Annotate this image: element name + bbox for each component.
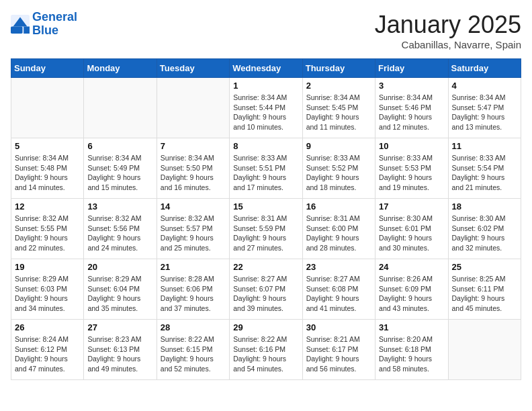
logo: GeneralBlue [11,11,77,38]
calendar-cell: 13Sunrise: 8:32 AM Sunset: 5:56 PM Dayli… [84,199,157,259]
calendar-cell: 23Sunrise: 8:27 AM Sunset: 6:08 PM Dayli… [302,259,375,320]
day-number: 27 [87,322,152,332]
logo-icon [11,15,30,34]
calendar-cell: 27Sunrise: 8:23 AM Sunset: 6:13 PM Dayli… [84,320,157,380]
calendar-cell: 17Sunrise: 8:30 AM Sunset: 6:01 PM Dayli… [375,199,448,259]
day-info: Sunrise: 8:33 AM Sunset: 5:54 PM Dayligh… [452,153,517,193]
calendar-cell [84,78,157,138]
day-number: 29 [233,322,298,332]
calendar-cell: 24Sunrise: 8:26 AM Sunset: 6:09 PM Dayli… [375,259,448,320]
day-info: Sunrise: 8:30 AM Sunset: 6:01 PM Dayligh… [379,214,444,253]
day-info: Sunrise: 8:27 AM Sunset: 6:08 PM Dayligh… [306,274,371,314]
calendar-cell: 2Sunrise: 8:34 AM Sunset: 5:45 PM Daylig… [302,78,375,138]
day-info: Sunrise: 8:34 AM Sunset: 5:46 PM Dayligh… [379,93,444,132]
day-number: 21 [161,262,226,272]
weekday-header-monday: Monday [84,59,157,78]
day-number: 10 [379,141,444,151]
page-header: GeneralBlue January 2025 Cabanillas, Nav… [11,11,521,50]
day-info: Sunrise: 8:21 AM Sunset: 6:17 PM Dayligh… [306,334,371,374]
day-info: Sunrise: 8:28 AM Sunset: 6:06 PM Dayligh… [161,274,226,314]
weekday-header-wednesday: Wednesday [230,59,302,78]
day-number: 8 [233,141,298,151]
day-info: Sunrise: 8:34 AM Sunset: 5:48 PM Dayligh… [15,153,80,193]
day-number: 28 [161,322,226,332]
day-number: 24 [379,262,444,272]
calendar-cell: 6Sunrise: 8:34 AM Sunset: 5:49 PM Daylig… [84,138,157,199]
day-info: Sunrise: 8:34 AM Sunset: 5:49 PM Dayligh… [87,153,152,193]
day-number: 9 [306,141,371,151]
day-info: Sunrise: 8:20 AM Sunset: 6:18 PM Dayligh… [379,334,444,374]
day-info: Sunrise: 8:27 AM Sunset: 6:07 PM Dayligh… [233,274,298,314]
day-number: 6 [87,141,152,151]
week-row-2: 5Sunrise: 8:34 AM Sunset: 5:48 PM Daylig… [11,138,521,199]
calendar-cell: 30Sunrise: 8:21 AM Sunset: 6:17 PM Dayli… [302,320,375,380]
day-info: Sunrise: 8:22 AM Sunset: 6:16 PM Dayligh… [233,334,298,374]
calendar-cell: 16Sunrise: 8:31 AM Sunset: 6:00 PM Dayli… [302,199,375,259]
calendar-cell [157,78,229,138]
svg-marker-2 [24,26,30,34]
day-number: 5 [15,141,80,151]
calendar-cell: 25Sunrise: 8:25 AM Sunset: 6:11 PM Dayli… [448,259,521,320]
day-info: Sunrise: 8:32 AM Sunset: 5:57 PM Dayligh… [161,214,226,253]
day-info: Sunrise: 8:24 AM Sunset: 6:12 PM Dayligh… [15,334,80,374]
day-info: Sunrise: 8:32 AM Sunset: 5:55 PM Dayligh… [15,214,80,253]
day-info: Sunrise: 8:23 AM Sunset: 6:13 PM Dayligh… [87,334,152,374]
day-info: Sunrise: 8:25 AM Sunset: 6:11 PM Dayligh… [452,274,517,314]
day-number: 31 [379,322,444,332]
day-number: 23 [306,262,371,272]
day-info: Sunrise: 8:31 AM Sunset: 5:59 PM Dayligh… [233,214,298,253]
calendar-cell: 8Sunrise: 8:33 AM Sunset: 5:51 PM Daylig… [230,138,302,199]
calendar-cell [11,78,84,138]
day-number: 3 [379,81,444,91]
day-info: Sunrise: 8:32 AM Sunset: 5:56 PM Dayligh… [87,214,152,253]
calendar-cell: 1Sunrise: 8:34 AM Sunset: 5:44 PM Daylig… [230,78,302,138]
day-info: Sunrise: 8:31 AM Sunset: 6:00 PM Dayligh… [306,214,371,253]
day-number: 22 [233,262,298,272]
calendar-cell: 3Sunrise: 8:34 AM Sunset: 5:46 PM Daylig… [375,78,448,138]
week-row-5: 26Sunrise: 8:24 AM Sunset: 6:12 PM Dayli… [11,320,521,380]
calendar-cell: 10Sunrise: 8:33 AM Sunset: 5:53 PM Dayli… [375,138,448,199]
day-number: 19 [15,262,80,272]
day-info: Sunrise: 8:34 AM Sunset: 5:45 PM Dayligh… [306,93,371,132]
calendar-cell: 22Sunrise: 8:27 AM Sunset: 6:07 PM Dayli… [230,259,302,320]
week-row-3: 12Sunrise: 8:32 AM Sunset: 5:55 PM Dayli… [11,199,521,259]
calendar-title: January 2025 [375,11,521,39]
weekday-header-tuesday: Tuesday [157,59,229,78]
day-number: 7 [161,141,226,151]
svg-rect-3 [11,26,23,34]
day-number: 12 [15,201,80,212]
calendar-cell: 14Sunrise: 8:32 AM Sunset: 5:57 PM Dayli… [157,199,229,259]
week-row-4: 19Sunrise: 8:29 AM Sunset: 6:03 PM Dayli… [11,259,521,320]
day-number: 13 [87,201,152,212]
calendar-cell: 21Sunrise: 8:28 AM Sunset: 6:06 PM Dayli… [157,259,229,320]
week-row-1: 1Sunrise: 8:34 AM Sunset: 5:44 PM Daylig… [11,78,521,138]
day-number: 30 [306,322,371,332]
day-info: Sunrise: 8:29 AM Sunset: 6:03 PM Dayligh… [15,274,80,314]
day-number: 25 [452,262,517,272]
day-info: Sunrise: 8:30 AM Sunset: 6:02 PM Dayligh… [452,214,517,253]
calendar-cell: 5Sunrise: 8:34 AM Sunset: 5:48 PM Daylig… [11,138,84,199]
day-number: 11 [452,141,517,151]
calendar-cell: 28Sunrise: 8:22 AM Sunset: 6:15 PM Dayli… [157,320,229,380]
day-info: Sunrise: 8:26 AM Sunset: 6:09 PM Dayligh… [379,274,444,314]
day-info: Sunrise: 8:33 AM Sunset: 5:52 PM Dayligh… [306,153,371,193]
day-info: Sunrise: 8:34 AM Sunset: 5:47 PM Dayligh… [452,93,517,132]
day-info: Sunrise: 8:34 AM Sunset: 5:50 PM Dayligh… [161,153,226,193]
day-number: 18 [452,201,517,212]
weekday-header-friday: Friday [375,59,448,78]
weekday-header-row: SundayMondayTuesdayWednesdayThursdayFrid… [11,59,521,78]
title-block: January 2025 Cabanillas, Navarre, Spain [375,11,521,50]
calendar-cell: 11Sunrise: 8:33 AM Sunset: 5:54 PM Dayli… [448,138,521,199]
day-number: 20 [87,262,152,272]
calendar-cell: 18Sunrise: 8:30 AM Sunset: 6:02 PM Dayli… [448,199,521,259]
calendar-table: SundayMondayTuesdayWednesdayThursdayFrid… [11,58,521,380]
day-number: 1 [233,81,298,91]
day-info: Sunrise: 8:22 AM Sunset: 6:15 PM Dayligh… [161,334,226,374]
day-info: Sunrise: 8:34 AM Sunset: 5:44 PM Dayligh… [233,93,298,132]
day-number: 15 [233,201,298,212]
calendar-subtitle: Cabanillas, Navarre, Spain [375,39,521,50]
day-info: Sunrise: 8:33 AM Sunset: 5:53 PM Dayligh… [379,153,444,193]
weekday-header-saturday: Saturday [448,59,521,78]
day-number: 17 [379,201,444,212]
day-number: 16 [306,201,371,212]
